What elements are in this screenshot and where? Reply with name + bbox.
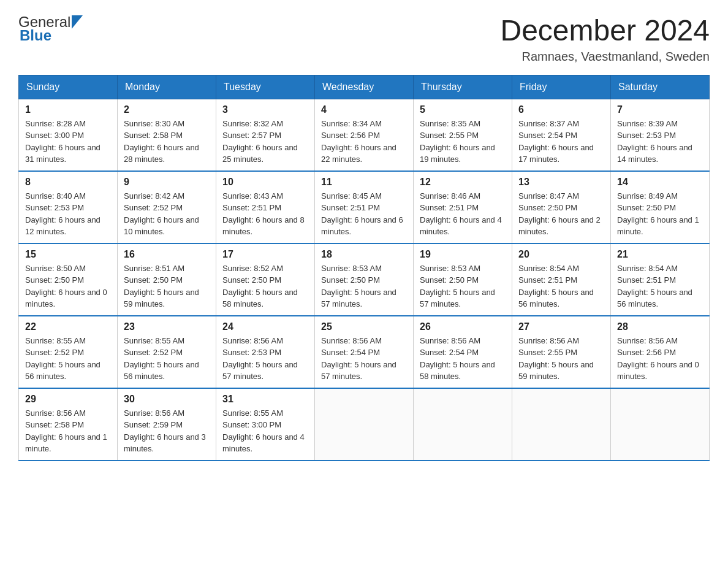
day-number: 6 [518, 104, 604, 115]
day-info: Sunrise: 8:54 AMSunset: 2:51 PMDaylight:… [518, 262, 604, 310]
day-info: Sunrise: 8:28 AMSunset: 3:00 PMDaylight:… [25, 118, 111, 166]
day-number: 25 [321, 321, 407, 332]
calendar-cell: 12Sunrise: 8:46 AMSunset: 2:51 PMDayligh… [414, 171, 512, 243]
calendar-cell: 24Sunrise: 8:56 AMSunset: 2:53 PMDayligh… [216, 316, 315, 388]
header-saturday: Saturday [611, 75, 710, 99]
day-number: 8 [25, 177, 111, 188]
day-info: Sunrise: 8:56 AMSunset: 2:59 PMDaylight:… [124, 407, 210, 455]
calendar-cell: 8Sunrise: 8:40 AMSunset: 2:53 PMDaylight… [19, 171, 118, 243]
logo-blue-text: Blue [20, 28, 51, 43]
day-number: 9 [124, 177, 210, 188]
day-number: 14 [617, 177, 703, 188]
day-number: 21 [617, 249, 703, 260]
calendar-cell: 13Sunrise: 8:47 AMSunset: 2:50 PMDayligh… [512, 171, 611, 243]
header-row: SundayMondayTuesdayWednesdayThursdayFrid… [19, 75, 710, 99]
svg-marker-0 [72, 15, 83, 29]
day-info: Sunrise: 8:35 AMSunset: 2:55 PMDaylight:… [420, 118, 506, 166]
day-number: 1 [25, 104, 111, 115]
day-number: 5 [420, 104, 506, 115]
day-number: 17 [222, 249, 308, 260]
day-info: Sunrise: 8:53 AMSunset: 2:50 PMDaylight:… [420, 262, 506, 310]
day-info: Sunrise: 8:40 AMSunset: 2:53 PMDaylight:… [25, 190, 111, 238]
calendar-cell: 30Sunrise: 8:56 AMSunset: 2:59 PMDayligh… [118, 388, 216, 461]
day-info: Sunrise: 8:55 AMSunset: 2:52 PMDaylight:… [25, 335, 111, 383]
day-info: Sunrise: 8:56 AMSunset: 2:56 PMDaylight:… [617, 335, 703, 383]
calendar-cell: 20Sunrise: 8:54 AMSunset: 2:51 PMDayligh… [512, 243, 611, 316]
day-info: Sunrise: 8:56 AMSunset: 2:58 PMDaylight:… [25, 407, 111, 455]
calendar-cell [414, 388, 512, 461]
day-number: 11 [321, 177, 407, 188]
day-number: 12 [420, 177, 506, 188]
day-number: 13 [518, 177, 604, 188]
week-row-5: 29Sunrise: 8:56 AMSunset: 2:58 PMDayligh… [19, 388, 710, 461]
logo-arrow-icon [72, 15, 83, 29]
day-info: Sunrise: 8:54 AMSunset: 2:51 PMDaylight:… [617, 262, 703, 310]
calendar-cell: 29Sunrise: 8:56 AMSunset: 2:58 PMDayligh… [19, 388, 118, 461]
day-info: Sunrise: 8:50 AMSunset: 2:50 PMDaylight:… [25, 262, 111, 310]
subtitle: Ramnaes, Vaestmanland, Sweden [500, 50, 710, 64]
week-row-2: 8Sunrise: 8:40 AMSunset: 2:53 PMDaylight… [19, 171, 710, 243]
day-info: Sunrise: 8:56 AMSunset: 2:54 PMDaylight:… [321, 335, 407, 383]
day-info: Sunrise: 8:56 AMSunset: 2:55 PMDaylight:… [518, 335, 604, 383]
calendar-cell: 6Sunrise: 8:37 AMSunset: 2:54 PMDaylight… [512, 99, 611, 171]
day-number: 15 [25, 249, 111, 260]
day-info: Sunrise: 8:53 AMSunset: 2:50 PMDaylight:… [321, 262, 407, 310]
day-info: Sunrise: 8:55 AMSunset: 2:52 PMDaylight:… [124, 335, 210, 383]
calendar-cell: 25Sunrise: 8:56 AMSunset: 2:54 PMDayligh… [315, 316, 414, 388]
day-number: 31 [222, 394, 308, 405]
calendar-cell: 10Sunrise: 8:43 AMSunset: 2:51 PMDayligh… [216, 171, 315, 243]
calendar-cell: 23Sunrise: 8:55 AMSunset: 2:52 PMDayligh… [118, 316, 216, 388]
day-number: 18 [321, 249, 407, 260]
header-sunday: Sunday [19, 75, 118, 99]
page-header: General Blue December 2024 Ramnaes, Vaes… [18, 15, 710, 64]
calendar-cell [611, 388, 710, 461]
day-number: 10 [222, 177, 308, 188]
calendar-cell: 3Sunrise: 8:32 AMSunset: 2:57 PMDaylight… [216, 99, 315, 171]
calendar-body: 1Sunrise: 8:28 AMSunset: 3:00 PMDaylight… [19, 99, 710, 461]
header-tuesday: Tuesday [216, 75, 315, 99]
day-info: Sunrise: 8:47 AMSunset: 2:50 PMDaylight:… [518, 190, 604, 238]
calendar-cell: 31Sunrise: 8:55 AMSunset: 3:00 PMDayligh… [216, 388, 315, 461]
header-monday: Monday [118, 75, 216, 99]
calendar-cell: 16Sunrise: 8:51 AMSunset: 2:50 PMDayligh… [118, 243, 216, 316]
day-number: 22 [25, 321, 111, 332]
calendar-cell: 2Sunrise: 8:30 AMSunset: 2:58 PMDaylight… [118, 99, 216, 171]
logo: General Blue [18, 15, 83, 43]
day-info: Sunrise: 8:49 AMSunset: 2:50 PMDaylight:… [617, 190, 703, 238]
day-number: 29 [25, 394, 111, 405]
title-block: December 2024 Ramnaes, Vaestmanland, Swe… [500, 15, 710, 64]
calendar-cell: 19Sunrise: 8:53 AMSunset: 2:50 PMDayligh… [414, 243, 512, 316]
calendar-cell: 7Sunrise: 8:39 AMSunset: 2:53 PMDaylight… [611, 99, 710, 171]
header-wednesday: Wednesday [315, 75, 414, 99]
calendar-table: SundayMondayTuesdayWednesdayThursdayFrid… [18, 75, 710, 461]
day-info: Sunrise: 8:34 AMSunset: 2:56 PMDaylight:… [321, 118, 407, 166]
day-info: Sunrise: 8:37 AMSunset: 2:54 PMDaylight:… [518, 118, 604, 166]
calendar-cell: 28Sunrise: 8:56 AMSunset: 2:56 PMDayligh… [611, 316, 710, 388]
day-info: Sunrise: 8:39 AMSunset: 2:53 PMDaylight:… [617, 118, 703, 166]
day-number: 3 [222, 104, 308, 115]
day-info: Sunrise: 8:52 AMSunset: 2:50 PMDaylight:… [222, 262, 308, 310]
day-info: Sunrise: 8:55 AMSunset: 3:00 PMDaylight:… [222, 407, 308, 455]
day-number: 16 [124, 249, 210, 260]
calendar-header: SundayMondayTuesdayWednesdayThursdayFrid… [19, 75, 710, 99]
day-number: 4 [321, 104, 407, 115]
day-info: Sunrise: 8:56 AMSunset: 2:54 PMDaylight:… [420, 335, 506, 383]
day-info: Sunrise: 8:56 AMSunset: 2:53 PMDaylight:… [222, 335, 308, 383]
calendar-cell: 4Sunrise: 8:34 AMSunset: 2:56 PMDaylight… [315, 99, 414, 171]
day-info: Sunrise: 8:51 AMSunset: 2:50 PMDaylight:… [124, 262, 210, 310]
header-friday: Friday [512, 75, 611, 99]
day-number: 20 [518, 249, 604, 260]
calendar-cell: 1Sunrise: 8:28 AMSunset: 3:00 PMDaylight… [19, 99, 118, 171]
day-info: Sunrise: 8:45 AMSunset: 2:51 PMDaylight:… [321, 190, 407, 238]
day-number: 26 [420, 321, 506, 332]
day-number: 27 [518, 321, 604, 332]
week-row-3: 15Sunrise: 8:50 AMSunset: 2:50 PMDayligh… [19, 243, 710, 316]
day-info: Sunrise: 8:42 AMSunset: 2:52 PMDaylight:… [124, 190, 210, 238]
calendar-cell: 9Sunrise: 8:42 AMSunset: 2:52 PMDaylight… [118, 171, 216, 243]
calendar-cell: 11Sunrise: 8:45 AMSunset: 2:51 PMDayligh… [315, 171, 414, 243]
calendar-cell: 22Sunrise: 8:55 AMSunset: 2:52 PMDayligh… [19, 316, 118, 388]
calendar-cell [512, 388, 611, 461]
day-number: 19 [420, 249, 506, 260]
header-thursday: Thursday [414, 75, 512, 99]
calendar-cell: 5Sunrise: 8:35 AMSunset: 2:55 PMDaylight… [414, 99, 512, 171]
